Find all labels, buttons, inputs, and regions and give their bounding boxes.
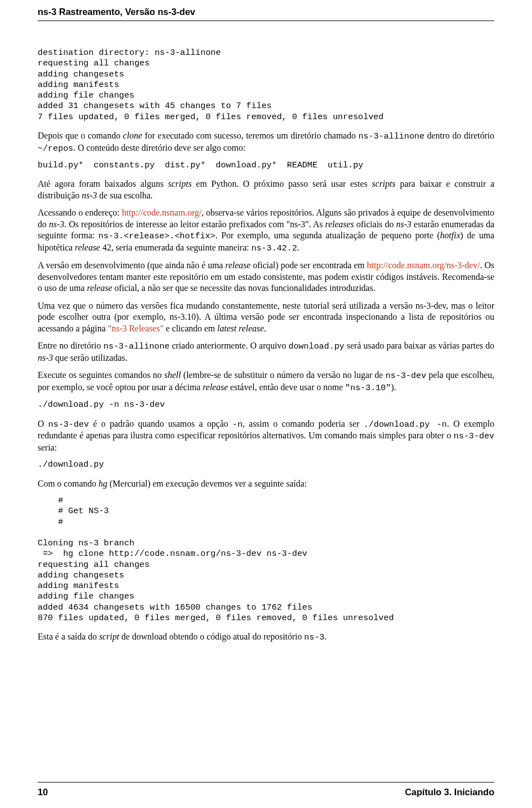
paragraph-1: Depois que o comando clone for executado…	[38, 130, 494, 154]
chapter-label: Capítulo 3. Iniciando	[405, 786, 494, 798]
link-ns3-releases[interactable]: "ns-3 Releases"	[108, 324, 164, 333]
page: ns-3 Rastreamento, Versão ns-3-dev desti…	[0, 0, 532, 808]
paragraph-6: Entre no diretório ns-3-allinone criado …	[38, 340, 494, 364]
code-block-3: ./download.py -n ns-3-dev	[38, 400, 494, 410]
link-ns3-dev[interactable]: http://code.nsnam.org/ns-3-dev/	[367, 260, 480, 270]
paragraph-4: A versão em desenvolvimento (que ainda n…	[38, 260, 494, 294]
paragraph-8: O ns-3-dev é o padrão quando usamos a op…	[38, 418, 494, 454]
page-number: 10	[38, 786, 48, 798]
code-block-1: destination directory: ns-3-allinone req…	[38, 48, 494, 122]
paragraph-10: Esta é a saída do script de download obt…	[38, 631, 494, 643]
code-block-5: # # Get NS-3 # Cloning ns-3 branch => hg…	[38, 495, 494, 623]
code-block-2: build.py* constants.py dist.py* download…	[38, 160, 494, 171]
link-code-nsnam[interactable]: http://code.nsnam.org/	[122, 208, 202, 217]
paragraph-3: Acessando o endereço: http://code.nsnam.…	[38, 207, 494, 254]
page-content: destination directory: ns-3-allinone req…	[38, 21, 494, 643]
code-block-4: ./download.py	[38, 459, 494, 470]
page-footer: 10 Capítulo 3. Iniciando	[38, 782, 494, 798]
paragraph-9: Com o comando hg (Mercurial) em execução…	[38, 478, 494, 489]
paragraph-2: Até agora foram baixados alguns scripts …	[38, 178, 494, 201]
paragraph-7: Execute os seguintes comandos no shell (…	[38, 370, 494, 393]
paragraph-5: Uma vez que o número das versões fica mu…	[38, 300, 494, 334]
page-header: ns-3 Rastreamento, Versão ns-3-dev	[38, 0, 494, 21]
header-title: ns-3 Rastreamento, Versão ns-3-dev	[38, 7, 195, 17]
